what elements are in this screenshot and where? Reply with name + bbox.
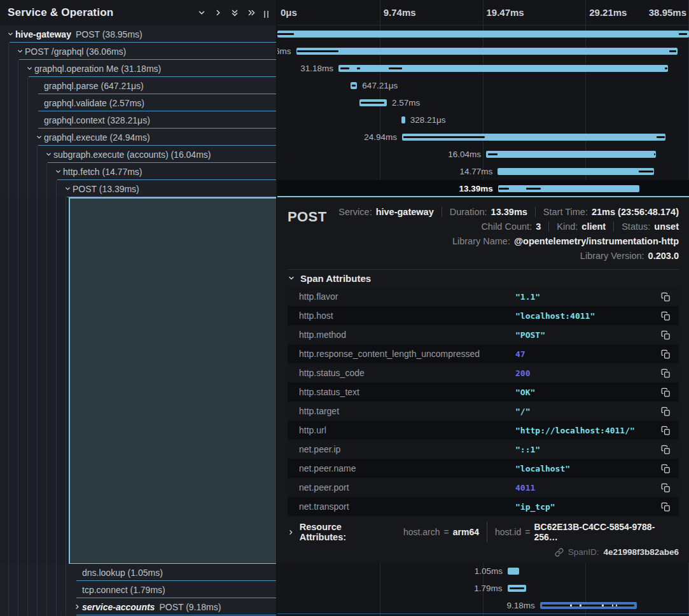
collapse-chevron-icon[interactable]	[43, 150, 53, 160]
expand-chevron-icon[interactable]	[72, 602, 82, 612]
attribute-value: 47	[515, 349, 658, 359]
copy-icon[interactable]	[658, 328, 672, 342]
resource-attribute: host.id=BC62E13B-C4CC-5854-9788-256…	[487, 522, 679, 542]
metadata-field: Service:hive-gateway	[331, 207, 441, 217]
span-bar[interactable]	[498, 185, 639, 192]
copy-icon[interactable]	[658, 309, 672, 323]
span-bar-mark	[357, 67, 360, 69]
duration-label: 328.21μs	[410, 111, 446, 129]
resource-attributes-row[interactable]: Resource Attributes: host.arch=arm64host…	[288, 524, 679, 540]
span-attributes-header[interactable]: Span Attributes	[288, 270, 679, 287]
copy-icon[interactable]	[658, 366, 672, 380]
attribute-value: "::1"	[515, 445, 658, 454]
attribute-row: http.method"POST"	[288, 325, 679, 344]
attribute-value: "localhost"	[515, 464, 658, 473]
attribute-value: "ip_tcp"	[515, 502, 658, 512]
link-icon[interactable]	[555, 548, 564, 557]
attribute-value: 4011	[515, 483, 658, 493]
span-bar-mark	[616, 605, 617, 606]
attribute-key: net.peer.port	[299, 482, 515, 493]
tree-row[interactable]: subgraph.execute (accounts) (16.04ms)	[0, 146, 276, 163]
copy-icon[interactable]	[658, 347, 672, 361]
collapse-chevron-icon[interactable]	[5, 29, 15, 39]
collapse-chevron-icon[interactable]	[62, 184, 73, 194]
attribute-row: net.peer.port4011	[288, 478, 679, 497]
operation-label: POST (9.18ms)	[159, 602, 221, 612]
metadata-field: Kind:client	[548, 221, 613, 232]
span-bar[interactable]	[359, 99, 387, 106]
tree-row[interactable]: service-accountsPOST (9.18ms)	[0, 598, 276, 615]
duration-label: 24.94ms	[364, 129, 397, 146]
duration-label: 16.04ms	[448, 146, 481, 163]
collapse-chevron-icon[interactable]	[53, 167, 63, 177]
span-bar[interactable]	[296, 48, 678, 55]
copy-icon[interactable]	[658, 442, 672, 456]
double-chevron-right-icon[interactable]	[243, 4, 260, 21]
panel-resize-handle[interactable]	[262, 8, 270, 18]
attribute-row: http.host"localhost:4011"	[288, 306, 679, 325]
span-bar[interactable]	[277, 31, 689, 38]
collapse-chevron-icon[interactable]	[34, 132, 44, 143]
copy-icon[interactable]	[658, 423, 672, 437]
tree-row[interactable]: tcp.connect (1.79ms)	[0, 581, 276, 598]
span-bar[interactable]	[402, 134, 665, 141]
metadata-value: unset	[654, 221, 679, 232]
metadata-label: Start Time:	[543, 207, 588, 217]
metadata-label: Kind:	[557, 221, 578, 232]
span-bar-mark	[669, 50, 676, 52]
span-bar[interactable]	[351, 82, 358, 89]
duration-label: 1.05ms	[475, 563, 503, 580]
tree-row[interactable]: dns.lookup (1.05ms)	[0, 564, 276, 581]
span-bar[interactable]	[401, 116, 405, 123]
chevron-down-icon[interactable]	[193, 4, 210, 21]
timeline-row: 24.94ms	[277, 129, 689, 146]
span-metadata: Service:hive-gatewayDuration:13.39msStar…	[327, 205, 679, 263]
span-bar[interactable]	[338, 65, 668, 72]
tree-row[interactable]: graphql.context (328.21μs)	[0, 111, 276, 129]
chevron-down-icon	[288, 274, 295, 282]
span-bar[interactable]	[486, 151, 655, 158]
chevron-right-icon	[288, 529, 295, 536]
operation-label: graphql.parse (647.21μs)	[44, 81, 144, 91]
attribute-row: http.response_content_length_uncompresse…	[288, 344, 679, 363]
timeline-row: 647.21μs	[277, 77, 689, 94]
copy-icon[interactable]	[658, 404, 672, 418]
span-bar[interactable]	[498, 168, 653, 175]
operation-label: graphql.validate (2.57ms)	[44, 98, 144, 108]
timeline-ruler: 0μs9.74ms19.47ms29.21ms38.95ms	[277, 0, 689, 25]
tree-row[interactable]: hive-gatewayPOST (38.95ms)	[0, 25, 276, 43]
copy-icon[interactable]	[658, 385, 672, 399]
collapse-chevron-icon[interactable]	[15, 46, 25, 57]
collapse-chevron-icon[interactable]	[24, 64, 34, 74]
trace-viewer: Service & Operation hive-gatewayPOST (38…	[0, 0, 689, 616]
tree-row[interactable]: POST /graphql (36.06ms)	[0, 43, 276, 60]
tree-row[interactable]: POST (13.39ms)	[0, 180, 276, 197]
metadata-label: Child Count:	[481, 221, 532, 232]
chevron-right-icon[interactable]	[210, 4, 226, 21]
copy-icon[interactable]	[658, 500, 672, 514]
operation-label: tcp.connect (1.79ms)	[82, 585, 165, 595]
tree-row[interactable]: graphql.parse (647.21μs)	[0, 77, 276, 94]
span-bar[interactable]	[540, 602, 637, 609]
span-bar[interactable]	[508, 568, 518, 575]
attribute-key: net.transport	[299, 501, 515, 512]
span-bar-mark	[352, 85, 356, 87]
span-bar[interactable]	[508, 585, 527, 592]
copy-icon[interactable]	[658, 290, 672, 304]
tree-row[interactable]: graphql.execute (24.94ms)	[0, 129, 276, 146]
attribute-key: http.status_code	[299, 368, 515, 378]
metadata-value: 3	[536, 221, 541, 232]
duration-label: 2.57ms	[392, 94, 420, 111]
tree-row[interactable]: http.fetch (14.77ms)	[0, 163, 276, 180]
double-chevron-down-icon[interactable]	[226, 4, 243, 21]
copy-icon[interactable]	[658, 461, 672, 475]
copy-icon[interactable]	[658, 480, 672, 494]
span-bar-mark	[679, 33, 687, 35]
metadata-label: Library Version:	[580, 251, 644, 261]
resource-attributes-title: Resource Attributes:	[300, 522, 388, 542]
duration-label: 9.18ms	[507, 597, 535, 614]
metadata-field: Start Time:21ms (23:56:48.174)	[535, 207, 679, 217]
tree-row[interactable]: graphql.validate (2.57ms)	[0, 94, 276, 111]
tree-row[interactable]: graphql.operation Me (31.18ms)	[0, 60, 276, 77]
operation-label: dns.lookup (1.05ms)	[82, 568, 163, 578]
